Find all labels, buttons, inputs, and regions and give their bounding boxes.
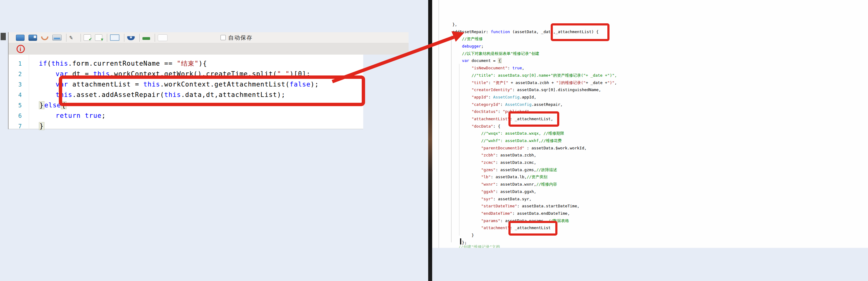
code-token: "zcbh" bbox=[481, 153, 496, 158]
code-token: : assetData.gzms, bbox=[496, 168, 536, 172]
code-token: + assetData.zcbh + bbox=[508, 80, 557, 85]
code-token: "结束" bbox=[177, 60, 198, 67]
code-token: //资产维修 bbox=[453, 36, 483, 41]
left-editor-toolbar: 自动保存 bbox=[8, 32, 409, 43]
toolbar-separator bbox=[155, 34, 155, 42]
save-icon[interactable] bbox=[16, 35, 25, 41]
pencil-icon[interactable] bbox=[69, 35, 76, 41]
code-token bbox=[453, 197, 481, 201]
code-line: "ggxh": assetData.ggxh, bbox=[453, 188, 617, 195]
code-token: : assetData.$work.workId, bbox=[524, 146, 587, 150]
undo-icon[interactable] bbox=[41, 36, 49, 40]
code-token: true bbox=[513, 66, 522, 70]
code-token: //故障描述 bbox=[536, 168, 557, 172]
toolbar-separator bbox=[107, 34, 107, 42]
code-token: { bbox=[498, 58, 502, 63]
code-token: "wxnr" bbox=[481, 182, 496, 187]
right-gutter-line bbox=[439, 0, 439, 248]
autosave-control[interactable]: 自动保存 bbox=[220, 34, 253, 41]
code-token: "lb" bbox=[481, 174, 491, 179]
globe-icon[interactable] bbox=[127, 36, 135, 40]
code-token bbox=[81, 112, 85, 119]
code-token: : bbox=[488, 80, 493, 85]
code-line: //"wxhf": assetData.wxhf,//维修花费 bbox=[453, 137, 617, 144]
line-number: 1 bbox=[8, 58, 27, 69]
toolbar-separator bbox=[124, 34, 124, 42]
code-token: true bbox=[85, 112, 102, 119]
code-text: } bbox=[39, 121, 44, 131]
code-token bbox=[453, 189, 481, 194]
code-token bbox=[453, 146, 481, 150]
code-token bbox=[453, 124, 472, 129]
panel-icon[interactable] bbox=[110, 34, 119, 41]
code-line: "lb": assetData.lb,//资产类别 bbox=[453, 173, 617, 181]
line-number: 3 bbox=[8, 79, 27, 90]
code-line: "creatorIdentity": assetData.sqr[0].dist… bbox=[453, 86, 617, 93]
code-token: function bbox=[491, 29, 510, 34]
export-document-icon[interactable] bbox=[95, 34, 102, 41]
line-number: 7 bbox=[8, 121, 27, 131]
code-token bbox=[453, 80, 472, 85]
code-token: : { bbox=[493, 124, 500, 129]
code-token bbox=[39, 91, 56, 99]
code-token bbox=[453, 95, 472, 100]
code-token bbox=[453, 182, 481, 187]
code-token bbox=[453, 44, 462, 49]
code-token: "startDateTime" bbox=[481, 204, 517, 208]
code-line: "gzms": assetData.gzms,//故障描述 bbox=[453, 166, 617, 174]
code-token bbox=[39, 112, 56, 119]
code-token: .assetRepair, bbox=[531, 102, 563, 107]
code-token: ( bbox=[47, 60, 52, 67]
code-line: "endDateTime": assetData.endDateTime, bbox=[453, 210, 617, 217]
code-token: : bbox=[500, 102, 505, 107]
code-token: "zcmc" bbox=[481, 160, 496, 165]
code-token: : assetData.wxnr, bbox=[496, 182, 536, 187]
annotation-box-attachmentlist bbox=[508, 111, 559, 127]
code-token: "appId" bbox=[472, 95, 489, 100]
code-token: , bbox=[614, 80, 617, 85]
code-token bbox=[39, 70, 56, 78]
minus-icon[interactable] bbox=[143, 37, 150, 40]
info-icon bbox=[17, 45, 25, 53]
code-token bbox=[453, 174, 481, 179]
code-token bbox=[453, 87, 472, 92]
save-all-icon[interactable] bbox=[29, 35, 37, 41]
check-document-icon[interactable] bbox=[84, 34, 91, 41]
code-line: //以下对象结构是根据表单"维修记录"创建 bbox=[453, 50, 617, 57]
line-number: 5 bbox=[8, 100, 27, 110]
blank-button[interactable] bbox=[158, 34, 167, 41]
annotation-box-attachment bbox=[508, 221, 557, 235]
code-token: } bbox=[39, 101, 44, 109]
code-token: : assetData.zcmc, bbox=[496, 160, 536, 165]
code-token: document = bbox=[469, 58, 498, 63]
screenshot-canvas: 自动保存 1if(this.form.currentRouteName == "… bbox=[0, 0, 868, 281]
autosave-checkbox[interactable] bbox=[220, 35, 226, 40]
code-token: "isNewDocument" bbox=[472, 66, 507, 70]
code-token: //维修内容 bbox=[536, 182, 557, 187]
code-token bbox=[453, 211, 481, 216]
line-number: 6 bbox=[8, 110, 27, 121]
code-token: "ggxh" bbox=[481, 189, 496, 194]
code-token: ; bbox=[481, 44, 484, 49]
code-token bbox=[453, 58, 462, 63]
code-token: : assetData.startDateTime, bbox=[517, 204, 580, 208]
code-token bbox=[453, 109, 472, 114]
code-token: } bbox=[39, 122, 44, 130]
code-token: .form.currentRouteName == bbox=[68, 60, 177, 67]
code-token bbox=[453, 153, 481, 158]
code-token bbox=[453, 218, 481, 223]
annotation-box-signature-param bbox=[551, 23, 610, 41]
indent-guide bbox=[451, 35, 452, 242]
code-token: "]的维修记录(" bbox=[556, 80, 586, 85]
code-token: //"wxqx": assetData.wxqx, //维修期限 bbox=[453, 131, 564, 136]
code-token: "title" bbox=[472, 80, 489, 85]
clipped-code-line: //创建"维修记录"文档 bbox=[459, 244, 500, 248]
code-token bbox=[453, 160, 481, 165]
code-line: //"title": assetData.sqr[0].name+"的资产维修记… bbox=[453, 72, 617, 79]
code-line: "syr": assetData.syr, bbox=[453, 195, 617, 203]
code-token: : assetData.lb, bbox=[491, 174, 527, 179]
code-token: "parentDocumentId" bbox=[481, 146, 524, 150]
print-icon[interactable] bbox=[52, 35, 62, 40]
code-token: : bbox=[498, 109, 503, 114]
code-token: .appId, bbox=[520, 95, 536, 100]
